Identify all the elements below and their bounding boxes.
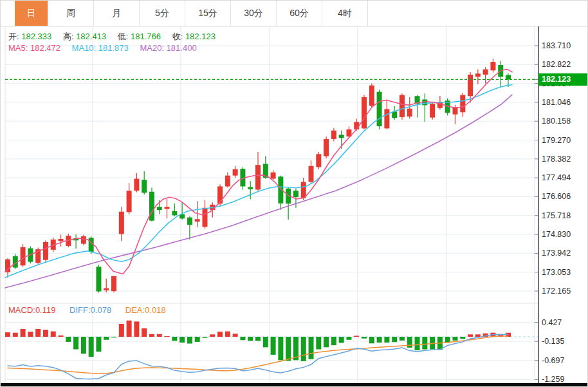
ma5-readout: MA5: 182.472 [8,43,60,53]
diff-value-readout: DIFF:0.078 [69,305,111,315]
dea-value-readout: DEA:0.018 [125,305,166,315]
tab-day[interactable]: 日 [15,1,48,26]
interval-tabbar: 日 周 月 5分 15分 30分 60分 4时 [1,1,588,26]
price-tick-label: 178.382 [542,154,571,164]
ma-readout: MA5: 182.472 MA10: 181.873 MA20: 181.400 [8,43,206,53]
ma20-readout: MA20: 181.400 [140,43,196,53]
low-readout: 低: 181.766 [118,32,161,41]
price-tick-label: 175.718 [542,211,571,221]
ma10-readout: MA10: 181.873 [72,43,129,53]
price-tick-label: 182.822 [542,59,571,70]
price-tick-label: 183.710 [542,41,571,51]
price-tick-label: 179.270 [542,135,571,146]
macd-tick-label: 0.427 [542,317,562,328]
candlestick-macd-chart[interactable] [1,1,588,387]
price-tick-label: 173.942 [542,248,571,258]
price-tick-label: 174.830 [542,229,571,240]
macd-tick-label: -0.135 [542,336,564,346]
high-readout: 高: 182.413 [63,32,106,41]
open-readout: 开: 182.333 [8,32,51,41]
close-readout: 收: 182.123 [172,32,216,41]
price-tick-label: 177.494 [542,173,571,183]
price-tick-label: 181.046 [542,97,571,108]
tab-15min[interactable]: 15分 [185,1,231,26]
current-price-tag: 182.123 [538,73,587,86]
price-tick-label: 173.053 [542,267,571,278]
tab-week[interactable]: 周 [48,1,94,26]
macd-readout: MACD:0.119 DIFF:0.078 DEA:0.018 [8,305,175,315]
ohlc-readout: 开: 182.333 高: 182.413 低: 181.766 收: 182.… [8,31,225,42]
price-tick-label: 176.606 [542,191,571,202]
macd-tick-label: -0.697 [542,355,564,366]
tab-4hour[interactable]: 4时 [322,1,368,26]
macd-value-readout: MACD:0.119 [8,305,55,315]
kline-chart-window: { "tabs": [ {"label": "日", "active": tru… [0,0,588,387]
tab-5min[interactable]: 5分 [140,1,185,26]
time-axis-band [1,383,588,387]
price-tick-label: 180.158 [542,116,571,126]
tab-60min[interactable]: 60分 [277,1,322,26]
tab-month[interactable]: 月 [94,1,140,26]
tab-30min[interactable]: 30分 [231,1,277,26]
price-tick-label: 172.165 [542,286,571,296]
